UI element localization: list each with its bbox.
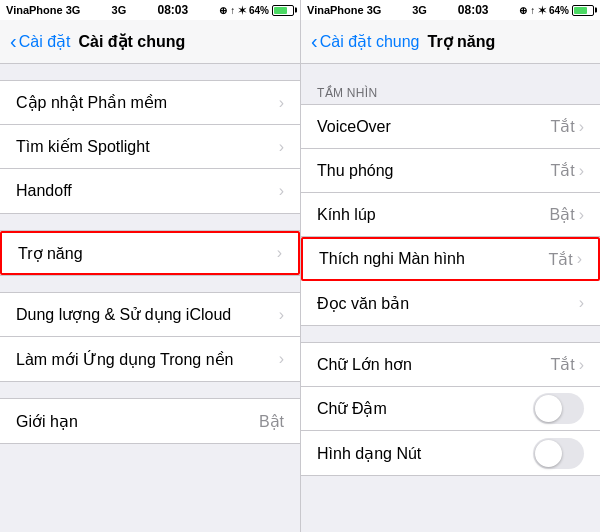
right-time: 08:03 <box>458 3 489 17</box>
chevron-voiceover: › <box>579 118 584 136</box>
left-icons: ⊕ ↑ ✶ 64% <box>219 5 294 16</box>
left-nav-bar: ‹ Cài đặt Cài đặt chung <box>0 20 300 64</box>
item-thu-phong-right: Tắt › <box>550 161 584 180</box>
right-back-chevron: ‹ <box>311 30 318 53</box>
right-carrier: VinaPhone 3G <box>307 4 381 16</box>
item-cap-nhat[interactable]: Cập nhật Phần mềm › <box>0 81 300 125</box>
item-hinh-dang-nut[interactable]: Hình dạng Nút <box>301 431 600 475</box>
item-spotlight[interactable]: Tìm kiếm Spotlight › <box>0 125 300 169</box>
item-dung-luong[interactable]: Dung lượng & Sử dụng iCloud › <box>0 293 300 337</box>
item-chu-dam[interactable]: Chữ Đậm <box>301 387 600 431</box>
item-kinh-lup[interactable]: Kính lúp Bật › <box>301 193 600 237</box>
chevron-spotlight: › <box>279 138 284 156</box>
right-battery-fill <box>574 7 587 14</box>
item-handoff[interactable]: Handoff › <box>0 169 300 213</box>
left-group-2: Trợ năng › <box>0 230 300 276</box>
item-dung-luong-right: › <box>279 306 284 324</box>
hinh-dang-nut-toggle[interactable] <box>533 438 584 469</box>
item-doc-van-ban[interactable]: Đọc văn bản › <box>301 281 600 325</box>
chevron-handoff: › <box>279 182 284 200</box>
item-chu-lon-right: Tắt › <box>550 355 584 374</box>
left-nav-title: Cài đặt chung <box>78 32 185 51</box>
right-group-1: VoiceOver Tắt › Thu phóng Tắt › Kính lúp <box>301 104 600 326</box>
right-battery-bar <box>572 5 594 16</box>
right-nav-bar: ‹ Cài đặt chung Trợ năng <box>301 20 600 64</box>
item-thu-phong[interactable]: Thu phóng Tắt › <box>301 149 600 193</box>
left-battery-bar <box>272 5 294 16</box>
chu-dam-toggle-knob <box>535 395 562 422</box>
hinh-dang-nut-toggle-knob <box>535 440 562 467</box>
item-chu-dam-right <box>533 393 584 424</box>
right-section-header: TẦM NHÌN <box>301 80 600 104</box>
item-tro-nang[interactable]: Trợ năng › <box>0 231 300 275</box>
right-nav-title: Trợ năng <box>428 32 496 51</box>
right-group-2: Chữ Lớn hơn Tắt › Chữ Đậm Hình dạng Nút <box>301 342 600 476</box>
chu-dam-toggle[interactable] <box>533 393 584 424</box>
item-voiceover[interactable]: VoiceOver Tắt › <box>301 105 600 149</box>
item-thich-nghi-right: Tắt › <box>548 250 582 269</box>
chevron-tro-nang: › <box>277 244 282 262</box>
left-time: 08:03 <box>158 3 189 17</box>
chevron-lam-moi: › <box>279 350 284 368</box>
left-network: 3G <box>112 4 127 16</box>
right-settings-list: TẦM NHÌN VoiceOver Tắt › Thu phóng Tắt › <box>301 64 600 532</box>
item-chu-lon[interactable]: Chữ Lớn hơn Tắt › <box>301 343 600 387</box>
right-status-bar: VinaPhone 3G 3G 08:03 ⊕ ↑ ✶ 64% <box>301 0 600 20</box>
chevron-kinh-lup: › <box>579 206 584 224</box>
item-gioi-han-right: Bật <box>259 412 284 431</box>
chevron-thich-nghi: › <box>577 250 582 268</box>
right-section-tam-nhin: TẦM NHÌN VoiceOver Tắt › Thu phóng Tắt › <box>301 80 600 326</box>
left-status-bar: VinaPhone 3G 3G 08:03 ⊕ ↑ ✶ 64% <box>0 0 300 20</box>
left-back-label: Cài đặt <box>19 32 71 51</box>
chevron-dung-luong: › <box>279 306 284 324</box>
left-settings-list: Cập nhật Phần mềm › Tìm kiếm Spotlight ›… <box>0 64 300 532</box>
item-lam-moi[interactable]: Làm mới Ứng dụng Trong nền › <box>0 337 300 381</box>
item-tro-nang-right: › <box>277 244 282 262</box>
right-back-button[interactable]: ‹ Cài đặt chung <box>311 31 420 53</box>
right-back-label: Cài đặt chung <box>320 32 420 51</box>
chevron-chu-lon: › <box>579 356 584 374</box>
chevron-doc-van-ban: › <box>579 294 584 312</box>
left-carrier: VinaPhone 3G <box>6 4 80 16</box>
left-group-1: Cập nhật Phần mềm › Tìm kiếm Spotlight ›… <box>0 80 300 214</box>
left-group-4: Giới hạn Bật <box>0 398 300 444</box>
item-spotlight-right: › <box>279 138 284 156</box>
left-back-chevron: ‹ <box>10 30 17 53</box>
right-battery-pct: 64% <box>549 5 569 16</box>
right-icons: ⊕ ↑ ✶ 64% <box>519 5 594 16</box>
left-panel: VinaPhone 3G 3G 08:03 ⊕ ↑ ✶ 64% ‹ Cài đặ… <box>0 0 300 532</box>
item-thich-nghi[interactable]: Thích nghi Màn hình Tắt › <box>301 237 600 281</box>
item-gioi-han[interactable]: Giới hạn Bật <box>0 399 300 443</box>
left-battery-fill <box>274 7 287 14</box>
item-kinh-lup-right: Bật › <box>550 205 584 224</box>
left-group-3: Dung lượng & Sử dụng iCloud › Làm mới Ứn… <box>0 292 300 382</box>
item-handoff-right: › <box>279 182 284 200</box>
right-panel: VinaPhone 3G 3G 08:03 ⊕ ↑ ✶ 64% ‹ Cài đặ… <box>300 0 600 532</box>
item-hinh-dang-nut-right <box>533 438 584 469</box>
item-cap-nhat-right: › <box>279 94 284 112</box>
chevron-cap-nhat: › <box>279 94 284 112</box>
chevron-thu-phong: › <box>579 162 584 180</box>
left-battery-pct: 64% <box>249 5 269 16</box>
right-network: 3G <box>412 4 427 16</box>
left-back-button[interactable]: ‹ Cài đặt <box>10 31 70 53</box>
item-voiceover-right: Tắt › <box>550 117 584 136</box>
item-doc-van-ban-right: › <box>579 294 584 312</box>
item-lam-moi-right: › <box>279 350 284 368</box>
